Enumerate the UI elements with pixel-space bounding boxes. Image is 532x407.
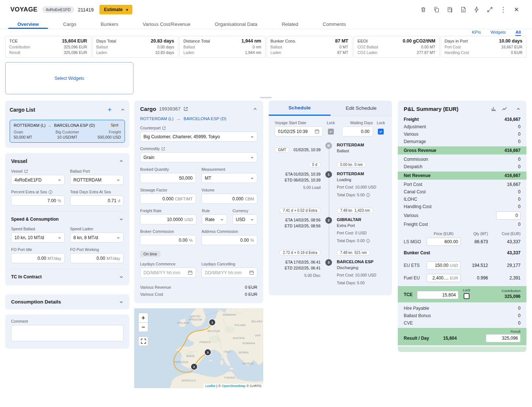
- laydays-commence-input[interactable]: DD/MM/YY hh:mm: [140, 268, 196, 278]
- info-icon[interactable]: [366, 193, 370, 197]
- address-commission-input[interactable]: 0.00%: [201, 235, 257, 245]
- journal-icon[interactable]: [445, 4, 455, 15]
- vessel-select[interactable]: 4xRoEeE1FD: [11, 175, 65, 185]
- measurement-select[interactable]: MT: [201, 173, 257, 183]
- volume-input[interactable]: 0.000CBM: [201, 194, 257, 204]
- tab-schedule[interactable]: Schedule: [269, 101, 331, 116]
- expand-speed-consumption-icon[interactable]: [119, 217, 123, 221]
- expand-consumption-icon[interactable]: [119, 300, 123, 304]
- quick-action-icon[interactable]: [471, 4, 482, 15]
- comment-input[interactable]: [11, 325, 123, 341]
- waiting-days-lock-checkbox[interactable]: [378, 129, 384, 135]
- external-link-icon[interactable]: [161, 147, 165, 151]
- delete-icon[interactable]: [418, 4, 428, 15]
- panel-resize-handle[interactable]: [260, 97, 272, 98]
- tab-cargo[interactable]: Cargo: [51, 19, 88, 29]
- fo-port-idle-input[interactable]: 0.00MT/day: [11, 253, 65, 263]
- toggle-widgets[interactable]: Widgets: [491, 30, 506, 36]
- cargo-list-item[interactable]: ROTTERDAM (L) → BARCELONA ESP (D) Spot G…: [10, 120, 125, 143]
- ls-mgo-price-input[interactable]: 600.00: [427, 238, 461, 246]
- waiting-days-input[interactable]: 0.00: [342, 126, 373, 136]
- calendar-icon[interactable]: [188, 270, 193, 275]
- commodity-select[interactable]: Grain: [140, 152, 257, 162]
- add-cargo-icon[interactable]: +: [108, 106, 112, 114]
- map-canvas: UNITED KINGDOM IRELAND DENMARK BELARU PO…: [134, 308, 263, 388]
- more-icon[interactable]: ⋮: [498, 4, 508, 15]
- timezone-chip[interactable]: GMT: [275, 147, 289, 153]
- copy-icon[interactable]: [431, 4, 442, 15]
- tab-bunkers[interactable]: Bunkers: [88, 19, 131, 29]
- speed-laden-select[interactable]: 8 kn, 8 MT/d: [70, 233, 124, 242]
- info-icon[interactable]: [48, 190, 52, 194]
- currency-select[interactable]: USD: [233, 214, 257, 224]
- result-input[interactable]: 325,096: [486, 334, 521, 342]
- collapse-vessel-icon[interactable]: [119, 159, 123, 163]
- laydays-cancelling-input[interactable]: DD/MM/YY hh:mm: [201, 268, 257, 278]
- leaflet-link[interactable]: Leaflet: [205, 384, 215, 388]
- tab-comments[interactable]: Comments: [311, 19, 358, 29]
- open-cargo-icon[interactable]: [183, 106, 188, 111]
- pnl-row-commission: Commission0: [398, 156, 526, 163]
- voyage-start-lock-checkbox[interactable]: [328, 129, 334, 135]
- toggle-kpis[interactable]: KPIs: [472, 30, 481, 36]
- tce-lock-checkbox[interactable]: [464, 293, 470, 299]
- leg-speed-chip: 0.00 kn0 nm: [337, 162, 366, 167]
- export-pdf-icon[interactable]: [458, 4, 468, 15]
- tce-input[interactable]: 15,604: [417, 291, 458, 299]
- stowage-factor-input[interactable]: 0.000CBFT/MT: [140, 194, 196, 204]
- collapse-pnl-icon[interactable]: [516, 107, 521, 111]
- result-label: Result: [404, 329, 521, 333]
- route-map[interactable]: UNITED KINGDOM IRELAND DENMARK BELARU PO…: [134, 308, 263, 388]
- zoom-out-button[interactable]: −: [138, 322, 148, 332]
- toggle-all[interactable]: All: [515, 30, 521, 36]
- external-link-icon[interactable]: [24, 169, 28, 173]
- map-fullscreen-button[interactable]: [138, 336, 148, 346]
- eu-ets-price-input[interactable]: 150.00USD: [427, 261, 461, 269]
- cargo-destination: BARCELONA ESP (D): [54, 123, 95, 128]
- fo-port-working-input[interactable]: 0.00MT/day: [70, 253, 124, 263]
- chevron-down-icon: [116, 178, 120, 182]
- kpi-card-days-in-port: Days in Port10.00 days Port Cost16,667 E…: [441, 36, 527, 58]
- tab-organisational-data[interactable]: Organisational Data: [203, 19, 270, 29]
- chevron-down-icon: [116, 236, 120, 240]
- external-link-icon[interactable]: [162, 126, 166, 130]
- expand-tc-contract-icon[interactable]: [119, 275, 123, 279]
- estimate-button[interactable]: Estimate ▾: [99, 5, 132, 14]
- collapse-cargo-list-icon[interactable]: [121, 108, 125, 112]
- tab-edit-schedule[interactable]: Edit Schedule: [331, 101, 392, 116]
- close-icon[interactable]: ×: [511, 4, 522, 15]
- days-extra-input[interactable]: 0.71d: [70, 196, 124, 206]
- rule-select[interactable]: Rate: [202, 214, 227, 224]
- tab-overview[interactable]: Overview: [5, 19, 51, 29]
- percent-extra-input[interactable]: 7.00%: [11, 196, 65, 206]
- bar-chart-icon[interactable]: [491, 106, 497, 112]
- collapse-cargo-form-icon[interactable]: [253, 107, 257, 111]
- calendar-icon[interactable]: [249, 270, 254, 275]
- broker-commission-input[interactable]: 0.00%: [140, 235, 196, 245]
- select-widgets-link[interactable]: Select Widgets: [54, 76, 84, 81]
- tab-various-cost-revenue[interactable]: Various Cost/Revenue: [131, 19, 203, 29]
- calendar-icon[interactable]: [315, 129, 319, 134]
- lock-label: Lock: [377, 121, 385, 125]
- speed-ballast-select[interactable]: 10 kn, 10 MT/d: [11, 233, 65, 242]
- speed-consumption-section: Speed & Consumption: [11, 217, 59, 222]
- freight-rate-input[interactable]: 10.0000USD: [140, 214, 196, 224]
- start-activity: Ballast: [337, 149, 386, 153]
- osm-link[interactable]: OpenStreetMap: [222, 384, 245, 388]
- zoom-in-button[interactable]: +: [138, 313, 148, 322]
- ballast-port-select[interactable]: ROTTERDAM: [70, 175, 124, 185]
- info-icon[interactable]: [366, 239, 370, 243]
- stop-activity: Loading: [337, 177, 386, 182]
- pnl-row-hire-payable: Hire Payable0: [398, 305, 526, 312]
- fuel-eu-price-input[interactable]: 2,400....EUR: [427, 274, 461, 282]
- fullscreen-icon[interactable]: [485, 4, 495, 15]
- load-port-link[interactable]: ROTTERDAM (L): [140, 116, 173, 121]
- counterpart-select[interactable]: Big Customer, Charterer, 45999, Tokyo: [140, 132, 257, 142]
- booked-quantity-input[interactable]: 50,000: [140, 173, 196, 183]
- discharge-port-link[interactable]: BARCELONA ESP (D): [184, 116, 226, 121]
- various-cost-input[interactable]: 0: [496, 211, 521, 220]
- line-chart-icon[interactable]: [502, 106, 507, 112]
- voyage-start-input[interactable]: 01/02/25 10:39: [275, 126, 323, 136]
- cargo-commodity: Grain: [14, 130, 50, 134]
- tab-related[interactable]: Related: [270, 19, 311, 29]
